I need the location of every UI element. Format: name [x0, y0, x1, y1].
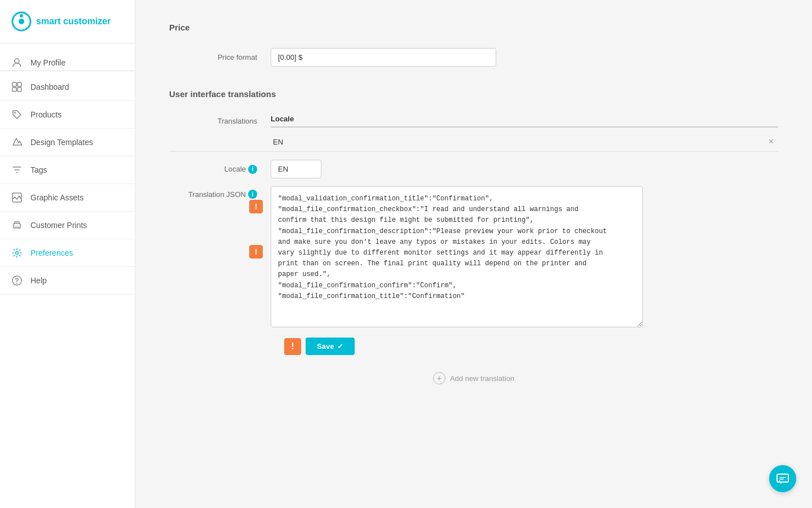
logo-area: smart customizer — [0, 0, 135, 43]
add-translation-icon: + — [433, 372, 445, 384]
locale-field-row: Locale i — [169, 160, 778, 178]
sidebar-item-label-graphic-assets: Graphic Assets — [30, 193, 83, 202]
translations-header: Translations Locale — [169, 115, 778, 128]
svg-point-12 — [16, 252, 19, 255]
sidebar-item-my-profile[interactable]: My Profile — [0, 49, 135, 71]
warning-button[interactable]: ! — [284, 338, 301, 355]
translations-label: Translations — [169, 117, 271, 125]
sidebar-item-preferences[interactable]: Preferences — [0, 239, 135, 267]
sidebar-item-graphic-assets[interactable]: Graphic Assets — [0, 184, 135, 212]
save-button[interactable]: Save ✓ — [306, 338, 355, 355]
design-icon — [11, 137, 23, 148]
gear-icon — [11, 247, 23, 259]
svg-point-14 — [16, 283, 17, 284]
price-format-label: Price format — [169, 53, 271, 62]
main-content: Price Price format User interface transl… — [135, 0, 812, 508]
add-translation-button[interactable]: + Add new translation — [169, 372, 778, 384]
svg-point-2 — [20, 14, 23, 17]
sidebar-nav: My Profile Dashboard Produ — [0, 43, 135, 508]
sidebar-item-label-design-templates: Design Templates — [30, 138, 93, 147]
tag-icon — [11, 109, 23, 120]
price-section: Price Price format — [169, 23, 778, 67]
error-markers: ! ! — [249, 186, 263, 290]
svg-rect-6 — [12, 87, 16, 91]
sidebar-item-label-preferences: Preferences — [30, 248, 73, 257]
user-icon — [11, 57, 23, 68]
price-format-input[interactable] — [271, 48, 496, 67]
translations-section: User interface translations Translations… — [169, 89, 778, 384]
svg-rect-4 — [12, 82, 16, 86]
logo-icon — [11, 11, 32, 32]
ui-translations-title: User interface translations — [169, 89, 778, 99]
actions-row: ! Save ✓ — [284, 338, 778, 355]
locale-label: Locale i — [169, 165, 271, 174]
save-check-icon: ✓ — [337, 342, 343, 351]
locale-row-en: EN × — [169, 132, 778, 152]
sidebar-item-label-products: Products — [30, 110, 61, 119]
sidebar-item-customer-prints[interactable]: Customer Prints — [0, 212, 135, 239]
help-icon — [11, 275, 23, 286]
sidebar-item-help[interactable]: Help — [0, 267, 135, 295]
save-label: Save — [317, 342, 334, 351]
translation-json-section: Translation JSON i ! ! "modal_validation… — [169, 186, 778, 330]
error-marker-2[interactable]: ! — [249, 245, 263, 259]
sidebar-item-design-templates[interactable]: Design Templates — [0, 129, 135, 156]
filter-icon — [11, 164, 23, 176]
sidebar: smart customizer My Profile — [0, 0, 135, 508]
locale-close-button[interactable]: × — [766, 137, 776, 147]
svg-point-3 — [15, 59, 19, 63]
locale-value: EN — [273, 138, 283, 146]
sidebar-item-label-tags: Tags — [30, 165, 47, 174]
graphic-icon — [11, 192, 23, 203]
error-marker-1[interactable]: ! — [249, 200, 263, 213]
sidebar-item-label-dashboard: Dashboard — [30, 82, 69, 91]
json-editor-wrapper: ! ! "modal_validation_confirmation_title… — [271, 186, 643, 330]
price-format-row: Price format — [169, 48, 778, 67]
locale-field-input[interactable] — [271, 160, 321, 178]
chat-support-button[interactable] — [769, 465, 796, 492]
sidebar-item-dashboard[interactable]: Dashboard — [0, 73, 135, 101]
sidebar-item-label-my-profile: My Profile — [30, 58, 65, 67]
sidebar-item-label-help: Help — [30, 276, 47, 285]
svg-rect-7 — [17, 87, 21, 91]
price-section-title: Price — [169, 23, 778, 32]
logo-text: smart customizer — [36, 16, 111, 27]
svg-point-1 — [19, 19, 24, 24]
svg-point-8 — [14, 112, 16, 113]
locale-row-content: EN × — [271, 137, 778, 147]
dashboard-icon — [11, 81, 23, 93]
sidebar-item-products[interactable]: Products — [0, 101, 135, 129]
prints-icon — [11, 220, 23, 231]
translation-json-textarea[interactable]: "modal_validation_confirmation_title":"C… — [271, 186, 643, 327]
locale-info-icon[interactable]: i — [248, 165, 257, 174]
sidebar-item-label-customer-prints: Customer Prints — [30, 221, 87, 230]
svg-rect-11 — [15, 226, 19, 227]
chat-icon — [776, 472, 789, 485]
svg-rect-5 — [17, 82, 21, 86]
translations-col-header: Locale — [271, 115, 778, 128]
sidebar-item-tags[interactable]: Tags — [0, 156, 135, 184]
add-translation-label: Add new translation — [450, 374, 514, 383]
svg-rect-15 — [777, 474, 788, 482]
